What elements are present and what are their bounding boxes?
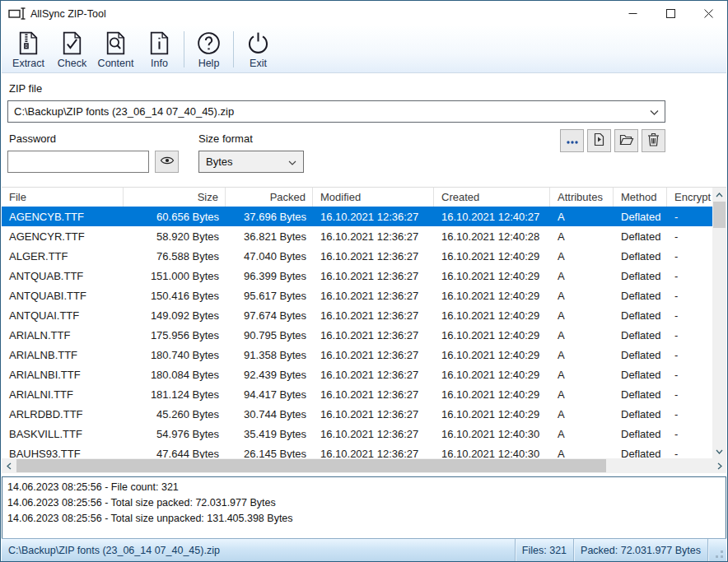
status-files-count: Files: 321 (516, 539, 573, 561)
cell-encrypted: - (667, 404, 712, 424)
delete-button[interactable] (642, 129, 665, 152)
log-panel[interactable]: 14.06.2023 08:25:56 - File count: 321 14… (2, 476, 726, 540)
password-input[interactable] (7, 151, 149, 173)
app-window: AllSync ZIP-Tool (0, 0, 728, 562)
table-header[interactable]: FileSizePackedModifiedCreatedAttributesM… (2, 188, 712, 207)
maximize-button[interactable] (651, 1, 689, 26)
cell-method: Deflated (614, 286, 667, 305)
cell-modified: 16.10.2021 12:36:27 (313, 286, 434, 305)
column-header-attributes[interactable]: Attributes (550, 188, 614, 207)
cell-size: 54.976 Bytes (124, 424, 226, 444)
table-row[interactable]: ANTQUABI.TTF150.416 Bytes95.617 Bytes16.… (2, 286, 712, 305)
cell-attributes: A (550, 365, 614, 384)
open-folder-button[interactable] (614, 129, 638, 152)
column-header-modified[interactable]: Modified (313, 188, 434, 207)
cell-modified: 16.10.2021 12:36:27 (313, 266, 434, 286)
cell-attributes: A (550, 286, 614, 305)
cell-size: 180.740 Bytes (124, 345, 226, 365)
column-header-encrypted[interactable]: Encrypt (667, 188, 712, 207)
horizontal-scroll-thumb[interactable] (16, 459, 606, 472)
content-button[interactable]: Content (94, 26, 138, 72)
cell-attributes: A (550, 384, 614, 404)
horizontal-scrollbar[interactable] (2, 458, 726, 473)
table-row[interactable]: ARLRDBD.TTF45.260 Bytes30.744 Bytes16.10… (2, 404, 712, 424)
scroll-down-icon[interactable] (712, 444, 726, 458)
cell-created: 16.10.2021 12:40:29 (434, 404, 550, 424)
table-row[interactable]: ARIALNB.TTF180.740 Bytes91.358 Bytes16.1… (2, 345, 712, 365)
close-button[interactable] (689, 1, 727, 26)
table-row[interactable]: ANTQUAB.TTF151.000 Bytes96.399 Bytes16.1… (2, 266, 712, 286)
cell-size: 150.416 Bytes (124, 286, 226, 305)
extract-button[interactable]: Extract (7, 26, 50, 72)
table-row[interactable]: ANTQUAI.TTF149.092 Bytes97.674 Bytes16.1… (2, 305, 712, 325)
zip-file-combobox[interactable]: C:\Backup\ZIP fonts (23_06_14 07_40_45).… (7, 100, 665, 123)
table-row[interactable]: ARIALN.TTF175.956 Bytes90.795 Bytes16.10… (2, 325, 712, 345)
check-button[interactable]: Check (50, 26, 94, 72)
cell-file: ANTQUAB.TTF (2, 266, 124, 286)
cell-packed: 91.358 Bytes (226, 345, 313, 365)
info-button[interactable]: Info (138, 26, 181, 72)
toolbar-separator (233, 31, 234, 67)
content-label: Content (98, 58, 134, 69)
resize-grip[interactable] (708, 539, 726, 561)
vertical-scrollbar[interactable] (712, 188, 726, 458)
cell-attributes: A (550, 207, 614, 226)
title-bar[interactable]: AllSync ZIP-Tool (1, 1, 727, 26)
column-header-created[interactable]: Created (434, 188, 550, 207)
table-row[interactable]: AGENCYB.TTF60.656 Bytes37.696 Bytes16.10… (2, 207, 712, 226)
browse-button[interactable] (560, 129, 584, 152)
trash-icon (647, 132, 660, 149)
column-header-packed[interactable]: Packed (226, 188, 313, 207)
cell-file: ARIALNB.TTF (2, 345, 124, 365)
table-row[interactable]: ARIALNBI.TTF180.084 Bytes92.439 Bytes16.… (2, 365, 712, 384)
cell-attributes: A (550, 226, 614, 246)
help-label: Help (198, 58, 220, 69)
extract-zip-icon (15, 30, 42, 57)
cell-packed: 96.399 Bytes (226, 266, 313, 286)
column-header-size[interactable]: Size (124, 188, 226, 207)
help-button[interactable]: Help (187, 26, 231, 72)
size-format-select[interactable]: Bytes (198, 151, 304, 173)
chevron-down-icon[interactable] (650, 105, 659, 118)
exit-button[interactable]: Exit (236, 26, 280, 72)
size-format-label: Size format (198, 132, 253, 145)
table-row[interactable]: ARIALNI.TTF181.124 Bytes94.417 Bytes16.1… (2, 384, 712, 404)
minimize-button[interactable] (614, 1, 651, 26)
check-label: Check (58, 58, 86, 69)
cell-method: Deflated (614, 207, 667, 226)
cell-modified: 16.10.2021 12:36:27 (313, 305, 434, 325)
cell-packed: 97.674 Bytes (226, 305, 313, 325)
cell-attributes: A (550, 424, 614, 444)
cell-file: ARIALNI.TTF (2, 384, 124, 404)
cell-modified: 16.10.2021 12:36:27 (313, 246, 434, 266)
table-row[interactable]: BASKVILL.TTF54.976 Bytes35.419 Bytes16.1… (2, 424, 712, 444)
password-visibility-button[interactable] (155, 151, 179, 173)
column-header-method[interactable]: Method (614, 188, 667, 207)
vertical-scroll-thumb[interactable] (713, 202, 726, 228)
cell-attributes: A (550, 246, 614, 266)
scroll-right-icon[interactable] (712, 458, 726, 473)
cell-modified: 16.10.2021 12:36:27 (313, 207, 434, 226)
table-row[interactable]: AGENCYR.TTF58.920 Bytes36.821 Bytes16.10… (2, 226, 712, 246)
scroll-up-icon[interactable] (712, 188, 726, 202)
cell-file: ANTQUABI.TTF (2, 286, 124, 305)
cell-packed: 47.040 Bytes (226, 246, 313, 266)
cell-size: 180.084 Bytes (124, 365, 226, 384)
table-row[interactable]: BAUHS93.TTF47.644 Bytes26.145 Bytes16.10… (2, 444, 712, 458)
open-archive-button[interactable] (587, 129, 611, 152)
cell-method: Deflated (614, 266, 667, 286)
status-path: C:\Backup\ZIP fonts (23_06_14 07_40_45).… (2, 539, 515, 561)
column-header-file[interactable]: File (2, 188, 124, 207)
cell-file: AGENCYB.TTF (2, 207, 124, 226)
toolbar-separator (184, 31, 184, 67)
cell-modified: 16.10.2021 12:36:27 (313, 365, 434, 384)
table-row[interactable]: ALGER.TTF76.588 Bytes47.040 Bytes16.10.2… (2, 246, 712, 266)
scroll-left-icon[interactable] (2, 458, 16, 473)
table-body: AGENCYB.TTF60.656 Bytes37.696 Bytes16.10… (2, 207, 712, 458)
zip-file-label: ZIP file (9, 82, 42, 95)
cell-created: 16.10.2021 12:40:29 (434, 384, 550, 404)
cell-method: Deflated (614, 384, 667, 404)
check-document-icon (58, 30, 86, 57)
cell-created: 16.10.2021 12:40:28 (434, 226, 550, 246)
cell-method: Deflated (614, 226, 667, 246)
